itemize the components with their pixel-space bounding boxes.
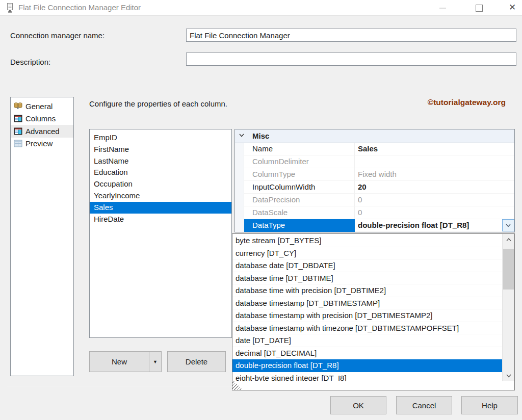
dropdown-option[interactable]: currency [DT_CY]	[232, 247, 502, 260]
maximize-icon[interactable]	[476, 5, 483, 12]
table-row[interactable]: ColumnDelimiter	[235, 155, 514, 168]
table-icon	[14, 114, 22, 123]
scrollbar-thumb[interactable]	[503, 249, 514, 290]
list-item[interactable]: LastName	[90, 155, 231, 167]
resize-grip-icon[interactable]	[232, 380, 243, 390]
new-button[interactable]: New	[89, 351, 149, 372]
connection-icon	[14, 102, 22, 111]
list-item[interactable]: FirstName	[90, 144, 231, 155]
property-value: 0	[355, 206, 514, 219]
property-value: Fixed width	[355, 168, 514, 181]
preview-table-icon	[14, 139, 22, 148]
dropdown-option[interactable]: database timestamp with precision [DT_DB…	[232, 309, 502, 322]
dropdown-option[interactable]: database timestamp [DT_DBTIMESTAMP]	[232, 297, 502, 310]
dropdown-option[interactable]: byte stream [DT_BYTES]	[232, 234, 502, 247]
description-label: Description:	[10, 58, 50, 66]
dropdown-option[interactable]: eight-byte signed integer [DT_I8]	[232, 372, 502, 382]
connection-manager-name-label: Connection manager name:	[10, 31, 105, 40]
sidebar-item-label: General	[25, 102, 53, 111]
columns-listbox: EmpID FirstName LastName Education Occup…	[89, 129, 232, 338]
delete-button[interactable]: Delete	[167, 351, 226, 372]
window-title: Flat File Connection Manager Editor	[18, 0, 141, 15]
flat-file-connection-manager-editor-dialog: Flat File Connection Manager Editor ✕ Co…	[0, 0, 522, 420]
pages-list: General Columns	[10, 97, 74, 376]
new-split-dropdown-icon[interactable]: ▼	[149, 351, 162, 372]
title-bar: Flat File Connection Manager Editor ✕	[0, 0, 522, 16]
dropdown-option[interactable]: database time with precision [DT_DBTIME2…	[232, 284, 502, 297]
table-row[interactable]: InputColumnWidth 20	[235, 181, 514, 194]
property-value: Sales	[355, 143, 514, 155]
connection-manager-name-input[interactable]	[186, 29, 516, 42]
sidebar-item-columns[interactable]: Columns	[11, 113, 73, 125]
close-icon[interactable]: ✕	[506, 0, 518, 15]
sidebar-item-label: Preview	[25, 139, 53, 148]
dropdown-option-selected[interactable]: double-precision float [DT_R8]	[232, 359, 502, 372]
datatype-value: double-precision float [DT_R8]	[358, 221, 469, 229]
property-name: ColumnType	[244, 168, 355, 181]
table-row[interactable]: DataScale 0	[235, 206, 514, 219]
dropdown-option[interactable]: database date [DT_DBDATE]	[232, 259, 502, 272]
dropdown-option[interactable]: database time [DT_DBTIME]	[232, 272, 502, 285]
document-icon	[6, 3, 14, 13]
chevron-down-icon	[506, 224, 511, 227]
sidebar-item-label: Advanced	[25, 127, 60, 136]
dropdown-option[interactable]: database timestamp with timezone [DT_DBT…	[232, 322, 502, 335]
datatype-dropdown-button[interactable]	[502, 219, 514, 231]
property-grid: Misc Name Sales ColumnDelimiter ColumnTy…	[234, 129, 515, 232]
sidebar-item-advanced[interactable]: Advanced	[11, 125, 73, 138]
list-item[interactable]: Education	[90, 167, 231, 178]
property-name: DataScale	[244, 206, 355, 219]
datatype-dropdown-list: byte stream [DT_BYTES] currency [DT_CY] …	[232, 233, 515, 390]
list-item[interactable]: EmpID	[90, 132, 231, 144]
description-input[interactable]	[186, 52, 516, 66]
property-name: Name	[244, 143, 355, 155]
property-value	[355, 155, 514, 168]
dropdown-option[interactable]: decimal [DT_DECIMAL]	[232, 347, 502, 360]
help-button[interactable]: Help	[461, 396, 518, 414]
cancel-button[interactable]: Cancel	[396, 396, 452, 414]
page-instruction: Configure the properties of each column.	[89, 99, 227, 108]
category-row-misc[interactable]: Misc	[235, 129, 514, 143]
table-row[interactable]: DataPrecision 0	[235, 194, 514, 206]
list-item-selected[interactable]: Sales	[90, 202, 231, 214]
property-name: InputColumnWidth	[244, 181, 355, 194]
property-name: DataType	[244, 219, 355, 232]
property-value: double-precision float [DT_R8]	[355, 219, 514, 232]
chevron-up-icon[interactable]	[503, 235, 514, 244]
minimize-icon[interactable]	[439, 8, 446, 9]
category-label: Misc	[252, 132, 269, 140]
list-item[interactable]: YearlyIncome	[90, 190, 231, 202]
list-item[interactable]: Occupation	[90, 178, 231, 190]
dropdown-option[interactable]: date [DT_DATE]	[232, 334, 502, 347]
watermark: ©tutorialgateway.org	[428, 98, 506, 107]
sidebar-item-general[interactable]: General	[11, 100, 73, 113]
table-icon	[14, 127, 22, 136]
property-name: DataPrecision	[244, 194, 355, 206]
property-name: ColumnDelimiter	[244, 155, 355, 168]
sidebar-item-label: Columns	[25, 114, 56, 123]
chevron-down-icon[interactable]	[503, 371, 514, 380]
ok-button[interactable]: OK	[330, 396, 386, 414]
property-value: 20	[355, 181, 514, 194]
chevron-down-icon	[239, 134, 244, 137]
sidebar-item-preview[interactable]: Preview	[11, 138, 73, 150]
table-row[interactable]: Name Sales	[235, 143, 514, 155]
list-item[interactable]: HireDate	[90, 214, 231, 225]
table-row[interactable]: ColumnType Fixed width	[235, 168, 514, 181]
property-value: 0	[355, 194, 514, 206]
table-row-datatype-selected[interactable]: DataType double-precision float [DT_R8]	[235, 219, 514, 232]
dropdown-scrollbar[interactable]	[502, 234, 514, 381]
